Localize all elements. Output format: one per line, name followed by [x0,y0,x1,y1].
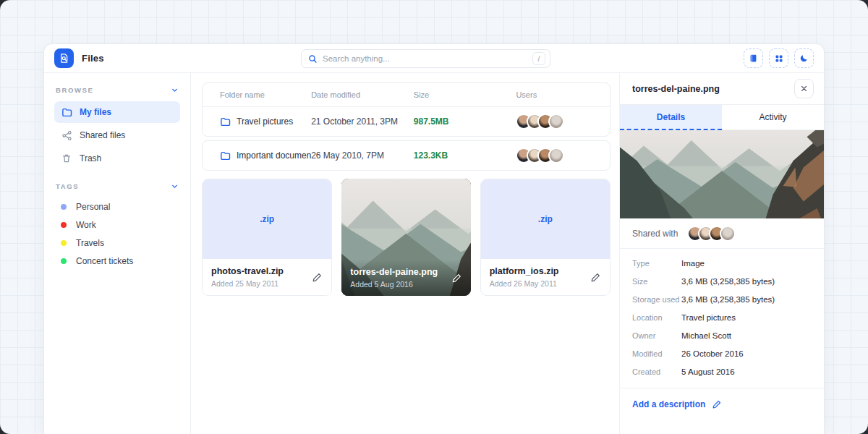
folder-name: Important documents [237,150,311,161]
file-card-torres-del-paine[interactable]: torres-del-paine.png Added 5 Aug 2016 [341,179,470,296]
dark-mode-toggle[interactable] [794,48,814,68]
folder-name: Travel pictures [237,116,293,127]
browse-section-header: BROWSE [56,86,179,94]
tag-label: Work [76,220,96,230]
detail-value: Image [681,259,705,268]
table-row[interactable]: Travel pictures 21 October 2011, 3PM 987… [203,107,610,136]
detail-label: Owner [632,331,681,340]
detail-label: Storage used [632,295,681,304]
detail-value: 3,6 MB (3,258,385 bytes) [681,277,775,286]
file-added-date: Added 5 Aug 2016 [350,280,451,289]
tag-label: Concert tickets [76,256,133,266]
detail-row-created: Created 5 August 2016 [632,367,812,376]
zip-preview: .zip [203,179,331,259]
avatar [548,148,564,163]
detail-label: Created [632,367,681,376]
files-app-window: Files / [43,43,825,434]
detail-row-storage-used: Storage used 3,6 MB (3,258,385 bytes) [632,295,812,304]
tag-label: Personal [76,202,110,212]
folder-size: 987.5MB [414,116,516,127]
edit-pencil-icon [712,399,722,409]
tag-item-concert-tickets[interactable]: Concert tickets [54,252,180,270]
tags-collapse-chevron-icon[interactable] [171,182,179,190]
file-cards: .zip photos-travel.zip Added 25 May 2011 [202,179,610,296]
tag-item-travels[interactable]: Travels [54,234,180,252]
tab-activity[interactable]: Activity [722,105,824,130]
sidebar-item-label: Trash [80,153,101,163]
table-row[interactable]: Important documents 26 May 2010, 7PM 123… [203,141,610,170]
zip-extension-label: .zip [260,214,274,224]
tab-details[interactable]: Details [620,105,722,130]
folder-table: Folder name Date modified Size Users Tra… [202,82,610,137]
file-name: photos-travel.zip [211,266,312,276]
file-card-platform-ios[interactable]: .zip platform_ios.zip Added 26 May 2011 [480,179,610,296]
sidebar-item-label: Shared files [80,130,125,140]
screen: Files / [0,0,868,434]
detail-row-location: Location Travel pictures [632,313,812,322]
folder-icon [61,107,72,118]
search-shortcut-key: / [532,52,545,65]
edit-pencil-icon[interactable] [590,272,601,283]
file-added-date: Added 25 May 2011 [211,279,312,288]
detail-label: Modified [632,349,681,358]
tags-section-title: TAGS [56,182,79,190]
detail-row-type: Type Image [632,259,812,268]
panel-tabs: Details Activity [620,105,824,130]
sidebar: BROWSE My files Shared files [44,73,191,434]
tag-label: Travels [76,238,104,248]
tag-color-dot [61,204,67,210]
zip-extension-label: .zip [538,214,553,224]
file-preview-image [620,130,824,218]
search-input[interactable] [323,54,532,63]
panel-file-title: torres-del-paine.png [632,84,720,94]
sidebar-item-my-files[interactable]: My files [54,101,180,123]
folder-icon [220,116,231,127]
detail-value: Travel pictures [681,313,736,322]
shared-avatars [687,226,736,242]
detail-label: Location [632,313,681,322]
folder-table-row-box: Important documents 26 May 2010, 7PM 123… [202,140,610,171]
user-avatars [516,114,592,129]
folder-size: 123.3KB [414,150,516,161]
column-header-date-modified: Date modified [311,90,414,99]
apps-grid-button[interactable] [769,48,788,68]
main-content: Folder name Date modified Size Users Tra… [191,73,619,434]
app-header: Files / [44,44,824,73]
folder-icon [220,150,231,161]
detail-value: 3,6 MB (3,258,385 bytes) [681,295,775,304]
edit-pencil-icon[interactable] [312,272,323,283]
app-title: Files [82,53,104,64]
date-modified: 26 May 2010, 7PM [311,150,414,161]
file-card-photos-travel[interactable]: .zip photos-travel.zip Added 25 May 2011 [202,179,332,296]
details-panel: torres-del-paine.png Details Activity [619,73,824,434]
file-added-date: Added 26 May 2011 [490,279,590,288]
column-header-size: Size [414,90,516,99]
add-description-label: Add a description [632,399,705,409]
sidebar-item-shared-files[interactable]: Shared files [54,124,180,146]
notebook-button[interactable] [744,48,763,68]
detail-row-modified: Modified 26 October 2016 [632,349,812,358]
sidebar-item-trash[interactable]: Trash [54,148,180,169]
close-panel-button[interactable] [794,79,814,98]
file-details-list: Type Image Size 3,6 MB (3,258,385 bytes)… [620,249,824,388]
search-icon [308,54,318,64]
tag-item-work[interactable]: Work [54,216,180,234]
column-header-users: Users [516,90,592,99]
detail-value: Michael Scott [681,331,731,340]
zip-preview: .zip [481,179,610,259]
app-logo-icon [54,48,74,68]
browse-collapse-chevron-icon[interactable] [171,86,179,94]
tag-color-dot [61,258,67,264]
file-name: torres-del-paine.png [350,267,451,277]
detail-label: Type [632,259,681,268]
column-header-folder-name: Folder name [220,90,311,99]
file-name: platform_ios.zip [490,266,590,276]
share-icon [61,130,72,141]
tag-color-dot [61,222,67,228]
detail-value: 5 August 2016 [681,367,735,376]
search-bar[interactable]: / [301,49,550,68]
edit-pencil-icon[interactable] [451,273,462,284]
tag-item-personal[interactable]: Personal [54,197,180,216]
tag-color-dot [61,240,67,246]
add-description-button[interactable]: Add a description [620,388,824,420]
